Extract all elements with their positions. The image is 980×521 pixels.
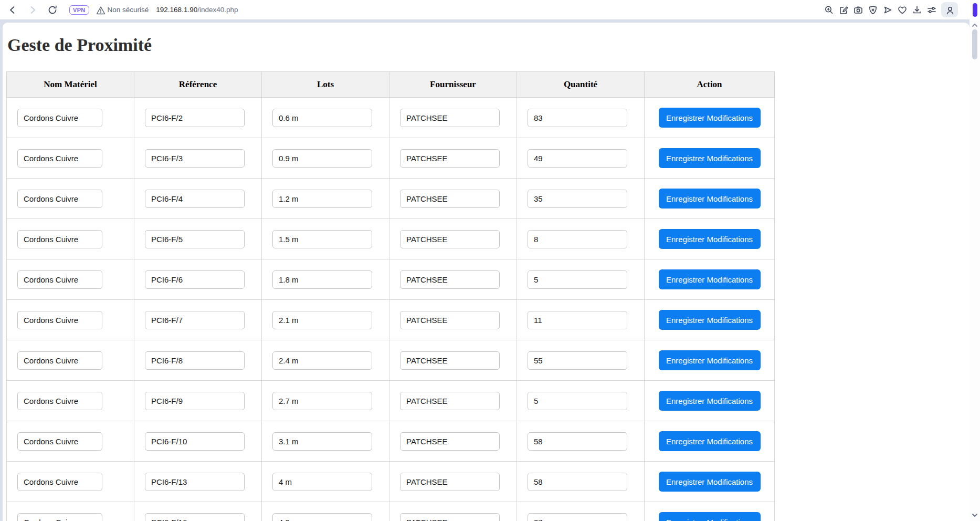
nom-materiel-input[interactable] (17, 270, 102, 289)
profile-person-icon (945, 5, 954, 15)
settings-tune-icon[interactable] (926, 5, 937, 15)
fournisseur-input[interactable] (400, 473, 500, 491)
material-row: Enregistrer Modifications (7, 259, 775, 300)
lots-input[interactable] (272, 109, 372, 127)
nom-materiel-input[interactable] (17, 230, 102, 248)
scroll-up-arrow-icon[interactable] (971, 22, 978, 29)
scrollbar-thumb[interactable] (972, 29, 977, 59)
quantite-input[interactable] (528, 270, 627, 289)
fournisseur-input[interactable] (400, 432, 500, 451)
nom-materiel-input[interactable] (17, 513, 102, 521)
material-row: Enregistrer Modifications (7, 462, 775, 502)
page-scrollbar[interactable] (970, 19, 980, 521)
reference-input[interactable] (145, 190, 245, 208)
address-url[interactable]: 192.168.1.90/index40.php (156, 6, 238, 14)
save-row-button[interactable]: Enregistrer Modifications (659, 512, 761, 521)
nom-materiel-input[interactable] (17, 432, 102, 451)
reference-input[interactable] (145, 230, 245, 248)
scroll-down-arrow-icon[interactable] (971, 512, 978, 519)
nom-materiel-input[interactable] (17, 109, 102, 127)
lots-input[interactable] (272, 230, 372, 248)
warning-triangle-icon (96, 5, 104, 14)
material-row: Enregistrer Modifications (7, 300, 775, 340)
quantite-input[interactable] (528, 473, 627, 491)
lots-input[interactable] (272, 473, 372, 491)
share-send-icon[interactable] (882, 5, 893, 15)
reference-input[interactable] (145, 109, 245, 127)
nom-materiel-input[interactable] (17, 311, 102, 329)
camera-screenshot-icon[interactable] (853, 5, 863, 15)
forward-button[interactable] (27, 5, 38, 15)
save-row-button[interactable]: Enregistrer Modifications (659, 148, 761, 168)
vpn-badge[interactable]: VPN (69, 5, 89, 15)
download-icon[interactable] (912, 5, 922, 15)
url-path: /index40.php (197, 6, 238, 14)
nom-materiel-input[interactable] (17, 392, 102, 410)
quantite-input[interactable] (528, 311, 627, 329)
quantite-input[interactable] (528, 351, 627, 370)
save-row-button[interactable]: Enregistrer Modifications (659, 108, 761, 128)
fournisseur-input[interactable] (400, 513, 500, 521)
fournisseur-input[interactable] (400, 311, 500, 329)
fournisseur-input[interactable] (400, 190, 500, 208)
column-header-action: Action (645, 72, 775, 98)
lots-input[interactable] (272, 311, 372, 329)
material-row: Enregistrer Modifications (7, 381, 775, 421)
lots-input[interactable] (272, 392, 372, 410)
save-row-button[interactable]: Enregistrer Modifications (659, 229, 761, 249)
reference-input[interactable] (145, 351, 245, 370)
lots-input[interactable] (272, 513, 372, 521)
nom-materiel-input[interactable] (17, 149, 102, 168)
save-row-button[interactable]: Enregistrer Modifications (659, 189, 761, 209)
lots-input[interactable] (272, 432, 372, 451)
edit-notes-icon[interactable] (838, 5, 849, 15)
save-row-button[interactable]: Enregistrer Modifications (659, 391, 761, 411)
reference-input[interactable] (145, 270, 245, 289)
quantite-input[interactable] (528, 230, 627, 248)
fournisseur-input[interactable] (400, 270, 500, 289)
lots-input[interactable] (272, 351, 372, 370)
fournisseur-input[interactable] (400, 109, 500, 127)
reference-input[interactable] (145, 513, 245, 521)
column-header-lots: Lots (262, 72, 389, 98)
shield-block-icon[interactable] (868, 5, 878, 15)
quantite-input[interactable] (528, 432, 627, 451)
lots-input[interactable] (272, 190, 372, 208)
favorites-heart-icon[interactable] (897, 5, 908, 15)
back-button[interactable] (7, 5, 18, 15)
zoom-search-icon[interactable] (824, 5, 834, 15)
fournisseur-input[interactable] (400, 351, 500, 370)
save-row-button[interactable]: Enregistrer Modifications (659, 431, 761, 451)
column-header-fournisseur: Fournisseur (389, 72, 517, 98)
quantite-input[interactable] (528, 392, 627, 410)
nom-materiel-input[interactable] (17, 190, 102, 208)
save-row-button[interactable]: Enregistrer Modifications (659, 269, 761, 289)
reference-input[interactable] (145, 392, 245, 410)
table-header-row: Nom Matériel Référence Lots Fournisseur … (7, 72, 775, 98)
column-header-nom-materiel: Nom Matériel (7, 72, 134, 98)
nom-materiel-input[interactable] (17, 351, 102, 370)
reference-input[interactable] (145, 149, 245, 168)
security-label: Non sécurisé (108, 6, 149, 14)
quantite-input[interactable] (528, 190, 627, 208)
quantite-input[interactable] (528, 109, 627, 127)
save-row-button[interactable]: Enregistrer Modifications (659, 350, 761, 370)
reference-input[interactable] (145, 432, 245, 451)
profile-button[interactable] (941, 2, 958, 17)
toolbar-accent-pill (973, 3, 977, 17)
reload-button[interactable] (47, 5, 58, 15)
fournisseur-input[interactable] (400, 392, 500, 410)
reference-input[interactable] (145, 473, 245, 491)
quantite-input[interactable] (528, 513, 627, 521)
save-row-button[interactable]: Enregistrer Modifications (659, 310, 761, 330)
nom-materiel-input[interactable] (17, 473, 102, 491)
lots-input[interactable] (272, 270, 372, 289)
quantite-input[interactable] (528, 149, 627, 168)
fournisseur-input[interactable] (400, 149, 500, 168)
lots-input[interactable] (272, 149, 372, 168)
save-row-button[interactable]: Enregistrer Modifications (659, 472, 761, 492)
fournisseur-input[interactable] (400, 230, 500, 248)
material-row: Enregistrer Modifications (7, 138, 775, 179)
material-row: Enregistrer Modifications (7, 179, 775, 219)
reference-input[interactable] (145, 311, 245, 329)
